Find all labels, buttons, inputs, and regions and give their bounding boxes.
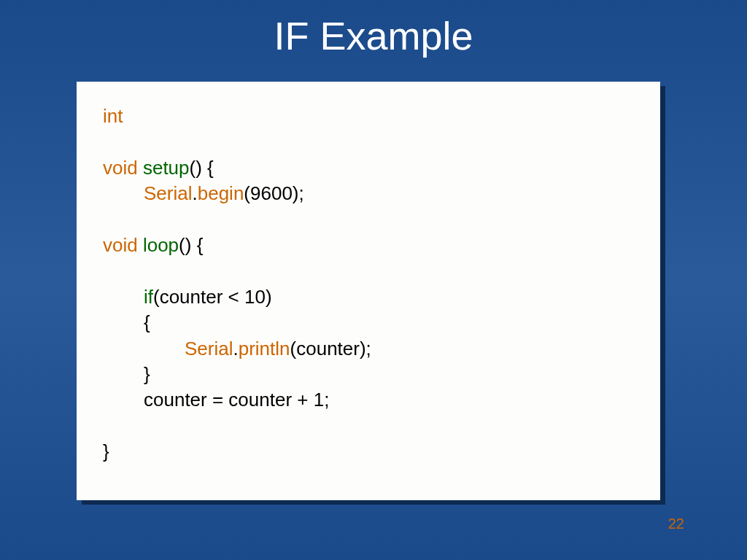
- plain-text: .: [192, 182, 197, 204]
- plain-text: counter = counter + 1;: [144, 389, 329, 411]
- blank-line: [103, 129, 634, 155]
- serial-class: Serial: [185, 338, 233, 359]
- code-line-println: Serial.println(counter);: [103, 336, 634, 362]
- plain-text: }: [103, 440, 109, 462]
- keyword-void: void: [103, 234, 138, 256]
- plain-text: {: [144, 311, 150, 333]
- code-line-loop: void loop() {: [103, 233, 634, 258]
- plain-text: (counter < 10): [153, 286, 272, 308]
- code-line-open-brace: {: [103, 310, 634, 335]
- plain-text: (9600);: [244, 182, 303, 204]
- method-begin: begin: [198, 182, 244, 204]
- blank-line: [103, 206, 634, 233]
- presentation-slide: IF Example int void setup() { Serial.beg…: [0, 0, 747, 560]
- code-block: int void setup() { Serial.begin(9600); v…: [77, 82, 660, 500]
- code-line-final-brace: }: [103, 439, 634, 464]
- plain-text: () {: [190, 157, 214, 179]
- plain-text: () {: [179, 234, 203, 256]
- plain-text: .: [233, 338, 238, 359]
- page-number: 22: [668, 516, 684, 532]
- blank-line: [103, 258, 634, 284]
- code-line-setup: void setup() {: [103, 155, 634, 181]
- code-line-int: int: [103, 104, 634, 129]
- plain-text: (counter);: [290, 338, 371, 359]
- keyword-void: void: [103, 157, 138, 179]
- keyword-if: if: [144, 286, 153, 308]
- keyword-int: int: [103, 105, 123, 127]
- plain-text: }: [144, 363, 150, 385]
- slide-title: IF Example: [0, 0, 747, 66]
- blank-line: [103, 413, 634, 439]
- function-setup: setup: [138, 157, 190, 179]
- method-println: println: [239, 338, 290, 359]
- code-line-counter: counter = counter + 1;: [103, 387, 634, 413]
- code-line-if: if(counter < 10): [103, 284, 634, 310]
- serial-class: Serial: [144, 182, 192, 204]
- function-loop: loop: [138, 234, 179, 256]
- code-line-serial-begin: Serial.begin(9600);: [103, 181, 634, 206]
- code-line-close-brace: }: [103, 362, 634, 387]
